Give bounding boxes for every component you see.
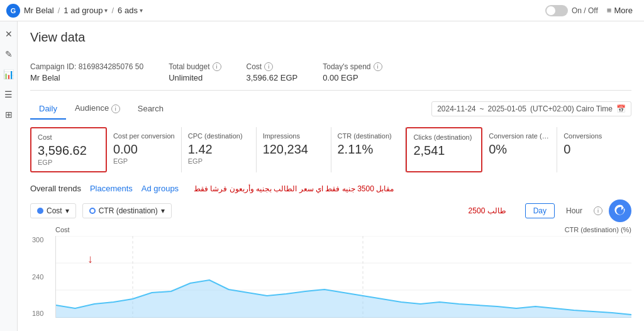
date-tilde: ~ bbox=[480, 104, 484, 113]
ads-nav[interactable]: 6 ads ▾ bbox=[118, 6, 143, 15]
budget-value: Unlimited bbox=[169, 73, 221, 82]
metric-cpc-dest: CPC (destination) 1.42 EGP bbox=[182, 127, 257, 172]
metric-cpc-dest-label: CPC (destination) bbox=[188, 132, 250, 140]
metric-cost: Cost 3,596.62 EGP bbox=[30, 127, 107, 172]
date-range-picker[interactable]: 2024-11-24 ~ 2025-01-05 (UTC+02:00) Cair… bbox=[431, 101, 631, 116]
hamburger-icon: ≡ bbox=[607, 6, 612, 15]
separator-2: / bbox=[111, 6, 114, 15]
ctr-legend-dot bbox=[89, 208, 96, 214]
chevron-down-icon: ▾ bbox=[104, 7, 108, 14]
list-icon[interactable]: ☰ bbox=[3, 88, 15, 101]
edit-icon[interactable]: ✎ bbox=[3, 48, 15, 60]
close-icon[interactable]: ✕ bbox=[3, 28, 15, 40]
metric-conversions-value: 0 bbox=[564, 142, 625, 156]
chart-y-right-label: CTR (destination) (%) bbox=[565, 226, 631, 233]
campaign-name: Mr Belal bbox=[30, 73, 143, 82]
left-sidebar: ✕ ✎ 📊 ☰ ⊞ bbox=[0, 21, 18, 331]
cost-label: Cost i bbox=[247, 62, 298, 71]
chart-wrapper: Cost CTR (destination) (%) bbox=[55, 226, 631, 318]
metric-cvr-label: Conversion rate (CVR) bbox=[489, 132, 550, 140]
chart-y-left-label: Cost bbox=[55, 226, 70, 233]
metric-clicks: Clicks (destination) 2,541 bbox=[406, 127, 482, 172]
ads-label: 6 ads bbox=[118, 6, 138, 15]
total-budget-label: Total budget i bbox=[169, 62, 221, 71]
cost-legend-dot bbox=[37, 208, 43, 214]
metric-impressions-label: Impressions bbox=[263, 132, 325, 140]
todays-spend-group: Today's spend i 0.00 EGP bbox=[323, 62, 382, 82]
adgroups-annotation: مقابل 3500 جنيه فقط اي سعر الطالب بجنيه … bbox=[194, 184, 394, 193]
more-label: More bbox=[614, 6, 633, 15]
on-off-toggle-wrap: On / Off bbox=[545, 5, 598, 16]
overall-trends-tab[interactable]: Overall trends bbox=[30, 181, 90, 196]
ad-group-nav[interactable]: 1 ad group ▾ bbox=[64, 6, 108, 15]
separator-1: / bbox=[58, 6, 60, 15]
more-button[interactable]: ≡ More bbox=[602, 3, 638, 18]
tabs-row: Daily Audience i Search 2024-11-24 ~ 202… bbox=[30, 98, 631, 120]
audience-info-icon[interactable]: i bbox=[111, 104, 120, 113]
metric-clicks-label: Clicks (destination) bbox=[413, 133, 475, 141]
placements-tab[interactable]: Placements bbox=[90, 181, 142, 196]
grid-icon[interactable]: ⊞ bbox=[3, 108, 15, 121]
tab-audience[interactable]: Audience i bbox=[66, 98, 129, 120]
metric-ctr-label: CTR (destination) bbox=[338, 132, 399, 140]
date-end: 2025-01-05 bbox=[488, 104, 526, 113]
metric-cpc-label: Cost per conversion bbox=[113, 132, 175, 140]
metric-cpc-dest-value: 1.42 bbox=[188, 142, 250, 156]
cost-dropdown-chevron: ▾ bbox=[65, 206, 69, 215]
metric-ctr-value: 2.11% bbox=[338, 142, 399, 156]
todays-spend-label: Today's spend i bbox=[323, 62, 382, 71]
calendar-icon[interactable]: 📅 bbox=[616, 104, 626, 113]
metric-conversions-label: Conversions bbox=[564, 132, 625, 140]
hour-info-icon[interactable]: i bbox=[594, 206, 602, 215]
chart-svg bbox=[56, 236, 631, 318]
ctr-dropdown-chevron: ▾ bbox=[161, 206, 165, 215]
chevron-down-icon-2: ▾ bbox=[140, 7, 143, 14]
tab-search[interactable]: Search bbox=[129, 99, 172, 120]
day-button[interactable]: Day bbox=[525, 203, 555, 218]
metric-cvr-value: 0% bbox=[489, 142, 550, 156]
metric-cost-per-conv: Cost per conversion 0.00 EGP bbox=[107, 127, 182, 172]
campaign-id-group: Campaign ID: 8169834285076 50 Mr Belal bbox=[30, 62, 143, 82]
cost-info-icon[interactable]: i bbox=[264, 62, 273, 71]
cost-legend-label: Cost bbox=[47, 206, 62, 215]
spend-info-icon[interactable]: i bbox=[374, 62, 382, 71]
brand-name: Mr Belal bbox=[24, 6, 54, 15]
campaign-id-label: Campaign ID: 8169834285076 50 bbox=[30, 62, 143, 71]
date-start: 2024-11-24 bbox=[437, 104, 475, 113]
metric-conversions: Conversions 0 bbox=[557, 127, 631, 172]
brand-logo: G bbox=[6, 4, 20, 18]
y-label-300: 300 bbox=[32, 236, 43, 244]
metric-impressions-value: 120,234 bbox=[263, 142, 325, 156]
total-budget-group: Total budget i Unlimited bbox=[169, 62, 221, 82]
date-timezone: (UTC+02:00) Cairo Time bbox=[530, 104, 613, 113]
trends-row: Overall trends Placements Ad groups مقاب… bbox=[30, 181, 631, 196]
budget-info-icon[interactable]: i bbox=[213, 62, 221, 71]
cost-group: Cost i 3,596.62 EGP bbox=[247, 62, 298, 82]
arabic-2500-annotation: 2500 طالب bbox=[469, 206, 506, 215]
chart-header: Cost CTR (destination) (%) bbox=[55, 226, 631, 233]
y-label-180: 180 bbox=[32, 310, 43, 317]
cost-value: 3,596.62 EGP bbox=[247, 73, 298, 82]
spend-value: 0.00 EGP bbox=[323, 73, 382, 82]
tab-daily[interactable]: Daily bbox=[30, 99, 66, 120]
chart-icon[interactable]: 📊 bbox=[3, 68, 15, 81]
page-title: View data bbox=[30, 30, 631, 45]
ctr-legend-label: CTR (destination) bbox=[99, 206, 158, 215]
hour-button[interactable]: Hour bbox=[561, 204, 587, 218]
adgroups-tab[interactable]: Ad groups bbox=[142, 181, 187, 196]
on-off-toggle[interactable] bbox=[545, 5, 568, 16]
y-label-240: 240 bbox=[32, 273, 43, 281]
metric-cost-label: Cost bbox=[38, 133, 99, 141]
metric-cvr: Conversion rate (CVR) 0% bbox=[482, 127, 557, 172]
metrics-row: Cost 3,596.62 EGP Cost per conversion 0.… bbox=[30, 127, 631, 172]
ctr-dropdown[interactable]: CTR (destination) ▾ bbox=[82, 203, 172, 218]
y-axis-left: 300 240 180 bbox=[32, 236, 43, 317]
refresh-icon bbox=[614, 205, 626, 217]
top-navigation: G Mr Belal / 1 ad group ▾ / 6 ads ▾ On /… bbox=[0, 0, 644, 21]
cost-dropdown[interactable]: Cost ▾ bbox=[30, 203, 76, 218]
arrow-down-cost-icon: ↑ bbox=[87, 254, 93, 267]
refresh-button[interactable] bbox=[609, 199, 631, 222]
metric-cpc-value: 0.00 bbox=[113, 142, 175, 156]
metric-cost-sub: EGP bbox=[38, 159, 99, 166]
metric-impressions: Impressions 120,234 bbox=[257, 127, 331, 172]
